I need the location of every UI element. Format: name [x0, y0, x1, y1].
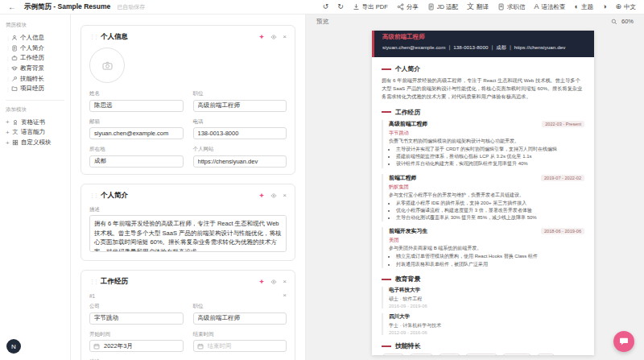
close-icon[interactable]: ×	[283, 34, 287, 40]
email-input[interactable]	[89, 127, 184, 139]
graduation-cap-icon	[11, 65, 18, 72]
job-bullet: 设计组件库自动化构建方案，实现跨团队组件复用率提升 40%	[396, 160, 584, 168]
ai-sparkle-icon[interactable]	[258, 34, 265, 40]
drag-handle-icon[interactable]: ⋮	[6, 66, 9, 72]
drag-handle-icon[interactable]: ⋮	[6, 56, 9, 61]
language-icon: 文	[12, 128, 19, 136]
jd-match-button[interactable]: JD 适配	[427, 3, 458, 11]
document-icon	[427, 3, 435, 10]
drag-handle-icon[interactable]: ⋮	[6, 35, 9, 41]
resume-header: 高级前端工程师 siyuan.chen@example.com ｜ 138-00…	[372, 31, 594, 57]
job-bullet: 从零搭建小程序 IDE 的插件系统，支持 200+ 第三方插件接入	[396, 200, 584, 207]
close-icon[interactable]: ×	[283, 192, 287, 199]
toolbar: ↺ ↻ 导出 PDF 分享 JD 适配 文 翻译 求职信	[323, 3, 636, 11]
sidebar-add-custom[interactable]: + 自定义模块	[6, 138, 64, 148]
dark-mode-icon: ◑	[602, 3, 606, 10]
undo-button[interactable]: ↺	[323, 3, 329, 10]
translate-button[interactable]: 文 翻译	[467, 3, 489, 11]
custom-module-icon	[12, 139, 19, 146]
job-bullet: 封装通用表格和表单组件，被团队广泛采用	[396, 261, 584, 268]
chat-bubble-icon	[619, 337, 629, 346]
sidebar-item-education[interactable]: ⋮ 教育背景	[6, 64, 64, 74]
share-button[interactable]: 分享	[397, 3, 419, 11]
education-entry: 四川大学 学士 · 计算机科学与技术 2012-09 - 2016-06	[382, 313, 584, 335]
job-position-input[interactable]	[193, 312, 287, 325]
dark-mode-button[interactable]: ◑	[602, 3, 606, 10]
sidebar-item-summary[interactable]: ⋮ 个人简介	[6, 43, 64, 54]
field-label: 职位	[193, 303, 287, 310]
sidebar-add-certificate[interactable]: + 资格证书	[6, 118, 64, 128]
work-entry: 前端工程师 2019-07 - 2022-02 蚂蚁集团 参与支付宝小程序平台的…	[382, 174, 584, 222]
edu-period: 2012-09 - 2016-06	[389, 330, 584, 335]
drag-handle-icon[interactable]: ⋮⋮	[89, 279, 97, 285]
export-pdf-button[interactable]: 导出 PDF	[353, 3, 388, 11]
eye-icon[interactable]	[270, 34, 277, 40]
eye-icon[interactable]	[270, 279, 277, 285]
skill-chip: Webpack	[502, 354, 532, 355]
ai-sparkle-icon[interactable]	[258, 279, 265, 285]
phone-input[interactable]	[193, 127, 287, 139]
skill-chips: React Next.js Vue 3 TypeScript Webpack V…	[382, 354, 567, 355]
user-icon	[11, 35, 18, 41]
remove-entry-icon[interactable]: ×	[283, 292, 287, 299]
location-input[interactable]	[89, 155, 184, 168]
job-bullet: 优化小程序编译流程，构建速度提升 3 倍，显著改善开发者体验	[396, 207, 584, 214]
magnifier-icon	[611, 19, 617, 25]
job-bullet: 独立完成订单管理模块的重构，使用 React Hooks 替换 Class 组件	[396, 253, 584, 260]
end-date-input[interactable]	[193, 340, 287, 352]
zoom-level: 60%	[621, 18, 634, 25]
job-desc: 参与支付宝小程序平台的开发与维护，负责开发者工具链建设。	[389, 192, 584, 199]
sidebar-item-work[interactable]: ⋮ 工作经历	[6, 53, 64, 64]
card-title: 个人信息	[101, 32, 128, 42]
ai-sparkle-icon[interactable]	[258, 192, 265, 199]
drag-handle-icon[interactable]: ⋮⋮	[89, 34, 97, 40]
topbar: ← 示例简历 - Sample Resume 已自动保存 ↺ ↻ 导出 PDF …	[0, 0, 644, 14]
job-company: 美团	[389, 237, 584, 244]
translate-icon: 文	[467, 3, 474, 10]
skill-chip: Next.js	[409, 354, 435, 355]
sidebar-item-projects[interactable]: ⋮ 项目经历	[6, 84, 64, 94]
drag-handle-icon[interactable]: ⋮⋮	[89, 192, 97, 199]
company-input[interactable]	[89, 312, 184, 325]
drag-handle-icon[interactable]: ⋮	[6, 86, 9, 92]
degree: 硕士 · 软件工程	[389, 296, 584, 303]
edu-period: 2016-09 - 2019-06	[389, 304, 584, 308]
name-input[interactable]	[89, 100, 184, 112]
sidebar-item-personal-info[interactable]: ⋮ 个人信息	[6, 33, 64, 43]
redo-button[interactable]: ↻	[337, 3, 344, 10]
certificate-icon	[12, 119, 19, 126]
section-title-education: 教育背景	[382, 275, 584, 283]
app-root: ← 示例简历 - Sample Resume 已自动保存 ↺ ↻ 导出 PDF …	[0, 0, 644, 360]
drag-handle-icon[interactable]: ⋮	[6, 45, 9, 51]
back-icon[interactable]: ←	[8, 2, 16, 11]
position-input[interactable]	[193, 100, 287, 112]
eye-icon[interactable]	[270, 192, 277, 199]
job-role: 前端开发实习生	[389, 227, 427, 235]
job-desc: 负责飞书文档协同编辑模块的前端架构设计与核心功能开发。	[389, 138, 584, 145]
job-desc: 参与美团外卖商家端 B 端系统的前端开发。	[389, 245, 584, 252]
drag-handle-icon[interactable]: ⋮	[6, 76, 9, 81]
preview-panel: 预览 60% 高级前端工程师 siyuan.chen@example.com ｜…	[306, 14, 644, 360]
document-title: 示例简历 - Sample Resume	[24, 2, 110, 12]
theme-button[interactable]: ◐ 主题	[575, 3, 593, 11]
summary-textarea[interactable]: 拥有 6 年前端开发经验的高级工程师，专注于 React 生态和现代 Web 技…	[89, 215, 287, 252]
language-button[interactable]: ⊕ 中文	[615, 3, 636, 11]
field-label: 开始时间	[89, 331, 184, 338]
resume-contact-line: siyuan.chen@example.com ｜ 138-0013-8000 …	[382, 44, 586, 52]
close-icon[interactable]: ×	[283, 279, 287, 285]
photo-upload[interactable]	[89, 48, 125, 83]
job-bullet: 主导设计并实现了基于 CRDT 的实时协同编辑引擎，支持万人同时在线编辑	[396, 146, 584, 153]
user-avatar[interactable]: N	[6, 339, 21, 354]
ai-chat-fab[interactable]	[613, 331, 634, 352]
card-title: 个人简介	[101, 191, 128, 201]
start-date-input[interactable]	[89, 340, 184, 352]
sidebar-divider	[6, 100, 64, 101]
job-role: 高级前端工程师	[389, 120, 427, 128]
grammar-check-button[interactable]: A 语法检查	[535, 3, 566, 11]
sidebar-add-language[interactable]: + 文 语言能力	[6, 127, 64, 138]
sidebar-item-skills[interactable]: ⋮ 技能特长	[6, 73, 64, 84]
cover-letter-button[interactable]: 求职信	[497, 3, 526, 11]
website-input[interactable]	[193, 155, 287, 168]
zoom-control[interactable]: 60%	[611, 18, 634, 25]
resume-page[interactable]: 高级前端工程师 siyuan.chen@example.com ｜ 138-00…	[372, 31, 594, 355]
